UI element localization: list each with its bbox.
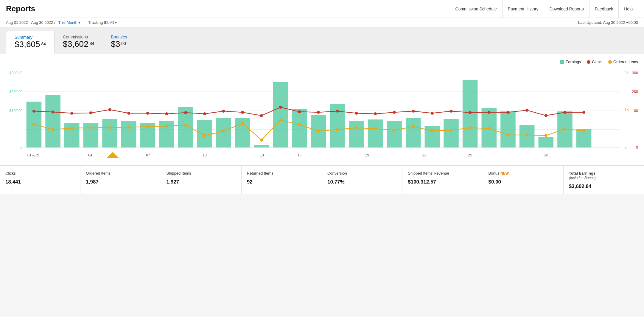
svg-point-56 (222, 110, 225, 113)
stat-ordered-items-label: Ordered Items (86, 171, 155, 175)
svg-rect-41 (500, 111, 516, 147)
svg-point-76 (32, 123, 35, 126)
svg-point-78 (70, 127, 73, 130)
stat-conversion-label: Conversion (327, 171, 397, 175)
svg-point-77 (52, 128, 55, 131)
stat-shipped-items: Shipped Items 1,927 (161, 166, 242, 194)
svg-point-75 (582, 111, 585, 114)
svg-rect-20 (102, 119, 117, 147)
svg-text:28: 28 (544, 153, 548, 157)
legend-ordered-items-label: Ordered Items (613, 60, 638, 64)
tab-commissions-label: Commissions (63, 35, 94, 39)
svg-text:22: 22 (422, 153, 427, 157)
svg-point-59 (279, 106, 282, 109)
svg-text:25: 25 (468, 153, 472, 157)
top-bar: Reports Commission Schedule Payment Hist… (0, 0, 644, 18)
svg-point-104 (563, 128, 566, 130)
svg-point-81 (127, 126, 130, 129)
stat-clicks-label: Clicks (5, 171, 75, 175)
nav-download-reports[interactable]: Download Reports (544, 0, 589, 18)
tab-summary[interactable]: Summary $3,605.84 (6, 31, 55, 54)
stat-returned-items: Returned Items 92 (242, 166, 322, 194)
svg-text:100: 100 (632, 109, 638, 113)
nav-payment-history[interactable]: Payment History (502, 0, 544, 18)
svg-point-60 (298, 110, 301, 113)
stat-shipped-revenue-label: Shipped Items Revenue (408, 171, 477, 175)
svg-text:2K: 2K (625, 71, 629, 75)
svg-point-67 (431, 112, 434, 115)
tab-summary-amount: $3,605.84 (15, 40, 46, 49)
svg-point-61 (317, 111, 320, 114)
svg-rect-36 (406, 118, 421, 147)
sub-bar: Aug 01 2022 - Aug 30 2022 / This Month T… (0, 18, 644, 27)
date-range: Aug 01 2022 - Aug 30 2022 / This Month T… (6, 20, 117, 25)
svg-point-82 (146, 125, 149, 128)
svg-point-84 (184, 124, 187, 127)
svg-point-74 (563, 111, 566, 114)
svg-point-64 (374, 112, 377, 115)
tab-bounties-label: Bounties (111, 35, 127, 39)
nav-feedback[interactable]: Feedback (589, 0, 618, 18)
svg-point-88 (260, 139, 263, 142)
svg-point-72 (525, 109, 528, 112)
svg-point-65 (393, 111, 396, 114)
svg-text:300: 300 (632, 71, 638, 75)
stat-returned-items-value: 92 (247, 179, 316, 185)
ordered-items-icon (608, 60, 612, 64)
svg-text:$100.00: $100.00 (10, 109, 23, 113)
svg-point-102 (525, 133, 528, 136)
svg-point-101 (506, 133, 509, 136)
svg-rect-21 (121, 121, 136, 147)
stat-returned-items-label: Returned Items (247, 171, 316, 175)
tab-summary-label: Summary (15, 35, 46, 40)
svg-point-103 (545, 134, 547, 137)
svg-point-90 (298, 123, 301, 126)
svg-text:1K: 1K (625, 108, 629, 112)
svg-text:19: 19 (365, 153, 369, 157)
chart-area: $300.00 $200.00 $100.00 0 2K 1K 0 300 20… (6, 67, 638, 162)
stat-clicks-value: 18,441 (5, 179, 75, 185)
clicks-icon (587, 60, 590, 64)
svg-point-100 (488, 127, 491, 130)
stat-shipped-revenue-value: $100,312.57 (408, 179, 477, 185)
stat-bonus-label: Bonus NEW (489, 171, 558, 175)
stat-shipped-items-label: Shipped Items (167, 171, 236, 175)
svg-point-96 (412, 125, 415, 128)
total-earnings-sublabel: (Includes Bonus) (569, 176, 596, 180)
tracking-id-selector[interactable]: Tracking ID: All (88, 20, 117, 25)
svg-point-51 (127, 112, 130, 115)
svg-text:10: 10 (203, 153, 207, 157)
svg-text:16: 16 (297, 153, 301, 157)
svg-point-86 (222, 130, 225, 133)
svg-point-92 (336, 128, 339, 131)
this-month-label: This Month (58, 20, 77, 25)
nav-help[interactable]: Help (618, 0, 638, 18)
stats-table: Clicks 18,441 Ordered Items 1,987 Shippe… (0, 166, 644, 194)
svg-point-94 (374, 127, 377, 130)
svg-point-63 (355, 112, 358, 115)
tab-commissions-amount-int: $3,602 (63, 39, 88, 49)
legend-ordered-items: Ordered Items (608, 60, 638, 64)
new-badge: NEW (500, 171, 509, 175)
earnings-icon (560, 60, 564, 64)
svg-point-58 (260, 114, 263, 117)
svg-point-87 (241, 122, 244, 125)
tab-bounties[interactable]: Bounties $3.00 (102, 31, 135, 54)
svg-point-97 (431, 129, 434, 132)
svg-point-55 (203, 112, 206, 115)
svg-point-79 (89, 126, 92, 129)
svg-point-91 (317, 130, 320, 133)
this-month-chevron (78, 20, 80, 25)
date-range-text: Aug 01 2022 - Aug 30 2022 / (6, 20, 55, 25)
legend-clicks-label: Clicks (592, 60, 602, 64)
svg-point-57 (241, 111, 244, 114)
tabs-section: Summary $3,605.84 Commissions $3,602.84 … (0, 27, 644, 54)
tab-commissions[interactable]: Commissions $3,602.84 (55, 31, 102, 54)
svg-rect-38 (444, 119, 459, 147)
svg-rect-25 (197, 120, 212, 147)
tab-summary-amount-int: $3,605 (15, 40, 40, 49)
svg-text:200: 200 (632, 90, 638, 94)
tab-commissions-amount-dec: .84 (88, 41, 94, 46)
this-month-button[interactable]: This Month (58, 20, 80, 25)
nav-commission-schedule[interactable]: Commission Schedule (450, 0, 502, 18)
